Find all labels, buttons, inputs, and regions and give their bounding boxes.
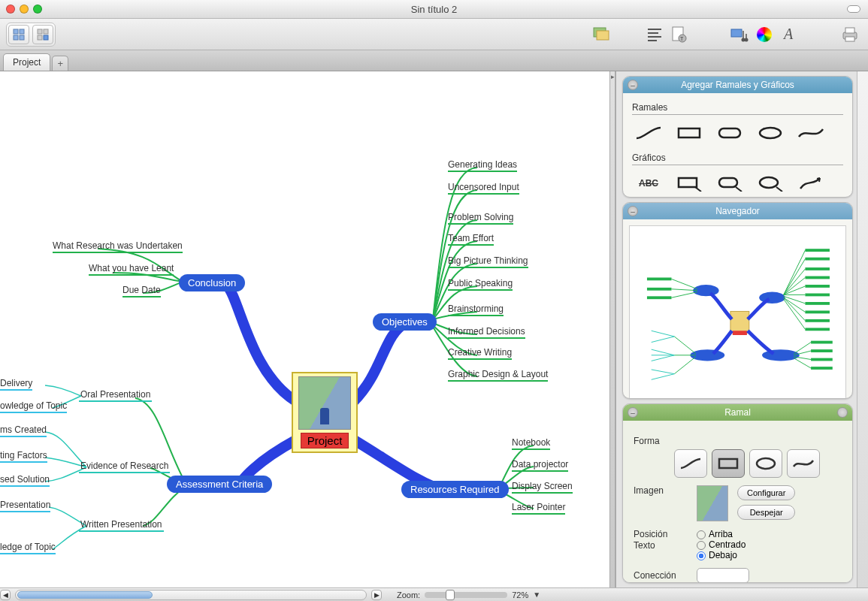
svg-rect-26 <box>679 178 697 187</box>
ramal-image-preview[interactable] <box>697 485 728 521</box>
window-pill-button[interactable] <box>847 5 860 13</box>
sub-branch-written[interactable]: Written Presentation <box>80 519 162 530</box>
radio-debajo[interactable]: Debajo <box>697 550 746 560</box>
window-zoom-button[interactable] <box>33 5 42 14</box>
forma-rect[interactable] <box>712 449 745 478</box>
leaf[interactable]: Big Picture Thinking <box>448 255 528 266</box>
zoom-slider[interactable] <box>425 592 507 598</box>
leaf[interactable]: Uncensored Input <box>448 182 519 192</box>
view-grid-button[interactable] <box>8 25 29 44</box>
media-button[interactable] <box>728 23 752 46</box>
sidebar-scrollbar[interactable] <box>859 77 866 243</box>
svg-line-52 <box>674 337 696 354</box>
svg-rect-58 <box>805 276 830 279</box>
graphic-arrow[interactable] <box>796 174 826 192</box>
leaf[interactable]: Problem Solving <box>448 212 513 222</box>
leaf[interactable]: What Research was Undertaken <box>53 240 183 251</box>
leaf[interactable]: Notebook <box>512 437 550 448</box>
leaf[interactable]: Delivery <box>0 378 32 388</box>
leaf[interactable]: Due Date <box>122 285 161 295</box>
zoom-dropdown-button[interactable]: ▼ <box>533 590 540 599</box>
svg-rect-23 <box>679 128 700 137</box>
svg-rect-17 <box>731 29 742 37</box>
print-button[interactable] <box>838 23 862 46</box>
svg-rect-22 <box>845 37 854 41</box>
branch-resources[interactable]: Resources Required <box>401 481 509 498</box>
leaf[interactable]: Brainstorming <box>448 304 504 314</box>
svg-rect-79 <box>719 459 737 468</box>
graphic-rect-pen[interactable] <box>674 174 704 192</box>
window-minimize-button[interactable] <box>20 5 29 14</box>
align-button[interactable] <box>643 23 667 46</box>
view-focus-button[interactable] <box>32 25 53 44</box>
hscroll-thumb[interactable] <box>17 591 153 599</box>
graphic-roundrect-pen[interactable] <box>715 174 745 192</box>
leaf[interactable]: sed Solution <box>0 474 50 485</box>
leaf[interactable]: Generating Ideas <box>448 159 517 170</box>
mindmap-canvas[interactable]: Project Conclusion Objectives Assessment… <box>0 71 609 587</box>
forma-swoosh[interactable] <box>787 449 820 478</box>
leaf[interactable]: Public Speaking <box>448 278 513 288</box>
leaf[interactable]: What you have Leant <box>89 263 174 273</box>
hscroll-left-button[interactable]: ◀ <box>0 590 11 600</box>
branch-shape-rect[interactable] <box>674 124 704 142</box>
leaf[interactable]: Data projector <box>512 459 568 470</box>
svg-point-80 <box>757 458 775 469</box>
branch-objectives[interactable]: Objectives <box>373 313 437 331</box>
radio-centrado[interactable]: Centrado <box>697 539 746 550</box>
svg-rect-21 <box>845 28 854 33</box>
label-forma: Forma <box>634 436 688 446</box>
branch-shape-curve[interactable] <box>634 124 664 142</box>
leaf[interactable]: Laser Pointer <box>512 502 565 512</box>
leaf[interactable]: ledge of Topic <box>0 542 56 552</box>
leaf[interactable]: ms Created <box>0 424 47 435</box>
forma-ellipse[interactable] <box>749 449 782 478</box>
leaf[interactable]: owledge of Topic <box>0 400 67 411</box>
leaf[interactable]: Informed Decisions <box>448 326 525 337</box>
section-ramales-label: Ramales <box>632 102 843 115</box>
leaf[interactable]: Presentation <box>0 500 50 510</box>
despejar-button[interactable]: Despejar <box>737 505 795 520</box>
svg-rect-60 <box>805 294 830 297</box>
branch-shape-roundrect[interactable] <box>715 124 745 142</box>
branch-shape-ellipse[interactable] <box>755 124 785 142</box>
radio-arriba[interactable]: Arriba <box>697 529 746 539</box>
tab-add-button[interactable]: + <box>52 56 68 71</box>
configurar-button[interactable]: Configurar <box>737 485 795 500</box>
horizontal-scrollbar[interactable] <box>15 590 367 600</box>
leaf[interactable]: Creative Writing <box>448 347 512 358</box>
branch-assessment[interactable]: Assessment Criteria <box>167 476 272 493</box>
font-button[interactable]: A <box>776 23 800 46</box>
sub-branch-evidence[interactable]: Evidence of Research <box>80 461 168 471</box>
window-close-button[interactable] <box>6 5 15 14</box>
svg-rect-62 <box>805 311 830 314</box>
leaf[interactable]: Display Screen <box>512 481 573 491</box>
sub-branch-oral[interactable]: Oral Presentation <box>80 389 150 400</box>
tab-project[interactable]: Project <box>3 53 50 71</box>
navigator-thumbnail[interactable] <box>629 225 846 399</box>
branch-shape-swoosh[interactable] <box>796 124 826 142</box>
svg-rect-67 <box>647 296 672 299</box>
svg-rect-6 <box>38 35 42 40</box>
leaf[interactable]: ting Factors <box>0 450 47 461</box>
panel-splitter[interactable] <box>609 71 615 587</box>
panel-collapse-button[interactable]: – <box>628 80 638 90</box>
images-button[interactable] <box>588 23 612 46</box>
coneccion-stepper[interactable] <box>697 568 749 583</box>
panel-collapse-button[interactable]: – <box>628 407 638 418</box>
center-node[interactable]: Project <box>292 372 358 453</box>
forma-curve[interactable] <box>674 449 707 478</box>
panel-ramal: – Ramal Forma Imagen Confi <box>622 403 853 583</box>
zoom-slider-thumb[interactable] <box>446 590 455 600</box>
graphic-ellipse-pen[interactable] <box>755 174 785 192</box>
branch-conclusion[interactable]: Conclusion <box>179 274 245 291</box>
leaf[interactable]: Graphic Design & Layout <box>448 369 548 379</box>
svg-line-44 <box>784 299 806 329</box>
graphic-text[interactable]: ABC <box>634 174 664 192</box>
panel-collapse-button[interactable]: – <box>628 206 638 216</box>
leaf[interactable]: Team Effort <box>448 233 494 243</box>
panel-expand-button[interactable] <box>837 407 848 418</box>
text-document-button[interactable]: T <box>667 23 691 46</box>
color-picker-button[interactable] <box>752 23 776 46</box>
hscroll-right-button[interactable]: ▶ <box>371 590 382 600</box>
